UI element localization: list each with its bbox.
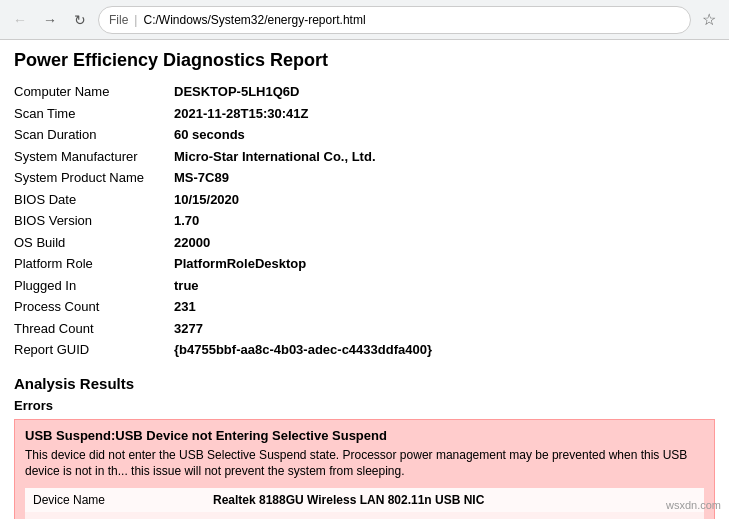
table-row: Device NameRealtek 8188GU Wireless LAN 8… xyxy=(25,488,704,512)
field-value: 231 xyxy=(174,296,715,318)
url-path: C:/Windows/System32/energy-report.html xyxy=(143,13,680,27)
field-label: Scan Duration xyxy=(14,124,174,146)
detail-label: Device Name xyxy=(25,488,205,512)
field-value: Micro-Star International Co., Ltd. xyxy=(174,146,715,168)
field-value: 60 seconds xyxy=(174,124,715,146)
detail-value: PCI\VEN_8086&DEV_A3AF xyxy=(205,512,704,519)
error-heading: USB Suspend:USB Device not Entering Sele… xyxy=(25,428,704,443)
browser-toolbar: ← → ↻ File | C:/Windows/System32/energy-… xyxy=(0,0,729,40)
bookmark-button[interactable]: ☆ xyxy=(697,8,721,32)
field-label: Process Count xyxy=(14,296,174,318)
field-label: Thread Count xyxy=(14,318,174,340)
page-content: Power Efficiency Diagnostics Report Comp… xyxy=(0,40,729,519)
system-info-table: Computer NameDESKTOP-5LH1Q6DScan Time202… xyxy=(14,81,715,361)
table-row: BIOS Version1.70 xyxy=(14,210,715,232)
table-row: Computer NameDESKTOP-5LH1Q6D xyxy=(14,81,715,103)
field-label: BIOS Date xyxy=(14,189,174,211)
table-row: Plugged Intrue xyxy=(14,275,715,297)
url-scheme: File xyxy=(109,13,128,27)
error-description: This device did not enter the USB Select… xyxy=(25,447,704,481)
table-row: Host Controller IDPCI\VEN_8086&DEV_A3AF xyxy=(25,512,704,519)
field-label: BIOS Version xyxy=(14,210,174,232)
detail-value: Realtek 8188GU Wireless LAN 802.11n USB … xyxy=(205,488,704,512)
field-label: System Product Name xyxy=(14,167,174,189)
field-value: PlatformRoleDesktop xyxy=(174,253,715,275)
errors-container: USB Suspend:USB Device not Entering Sele… xyxy=(14,419,715,520)
errors-subsection-title: Errors xyxy=(14,398,715,413)
field-value: {b4755bbf-aa8c-4b03-adec-c4433ddfa400} xyxy=(174,339,715,361)
field-value: 22000 xyxy=(174,232,715,254)
field-label: OS Build xyxy=(14,232,174,254)
field-label: System Manufacturer xyxy=(14,146,174,168)
field-value: 3277 xyxy=(174,318,715,340)
table-row: OS Build22000 xyxy=(14,232,715,254)
field-value: 2021-11-28T15:30:41Z xyxy=(174,103,715,125)
watermark: wsxdn.com xyxy=(666,499,721,511)
field-value: true xyxy=(174,275,715,297)
error-details-table: Device NameRealtek 8188GU Wireless LAN 8… xyxy=(25,488,704,519)
table-row: Platform RolePlatformRoleDesktop xyxy=(14,253,715,275)
field-value: DESKTOP-5LH1Q6D xyxy=(174,81,715,103)
table-row: BIOS Date10/15/2020 xyxy=(14,189,715,211)
table-row: System ManufacturerMicro-Star Internatio… xyxy=(14,146,715,168)
table-row: Process Count231 xyxy=(14,296,715,318)
field-value: 10/15/2020 xyxy=(174,189,715,211)
field-label: Platform Role xyxy=(14,253,174,275)
table-row: Thread Count3277 xyxy=(14,318,715,340)
detail-label: Host Controller ID xyxy=(25,512,205,519)
field-label: Computer Name xyxy=(14,81,174,103)
field-value: 1.70 xyxy=(174,210,715,232)
refresh-button[interactable]: ↻ xyxy=(68,8,92,32)
error-block: USB Suspend:USB Device not Entering Sele… xyxy=(14,419,715,520)
table-row: Scan Time2021-11-28T15:30:41Z xyxy=(14,103,715,125)
forward-button[interactable]: → xyxy=(38,8,62,32)
report-title: Power Efficiency Diagnostics Report xyxy=(14,50,715,71)
table-row: Report GUID{b4755bbf-aa8c-4b03-adec-c443… xyxy=(14,339,715,361)
table-row: System Product NameMS-7C89 xyxy=(14,167,715,189)
field-label: Scan Time xyxy=(14,103,174,125)
table-row: Scan Duration60 seconds xyxy=(14,124,715,146)
url-separator: | xyxy=(134,13,137,27)
address-bar[interactable]: File | C:/Windows/System32/energy-report… xyxy=(98,6,691,34)
field-value: MS-7C89 xyxy=(174,167,715,189)
field-label: Report GUID xyxy=(14,339,174,361)
back-button[interactable]: ← xyxy=(8,8,32,32)
analysis-section-title: Analysis Results xyxy=(14,375,715,392)
field-label: Plugged In xyxy=(14,275,174,297)
